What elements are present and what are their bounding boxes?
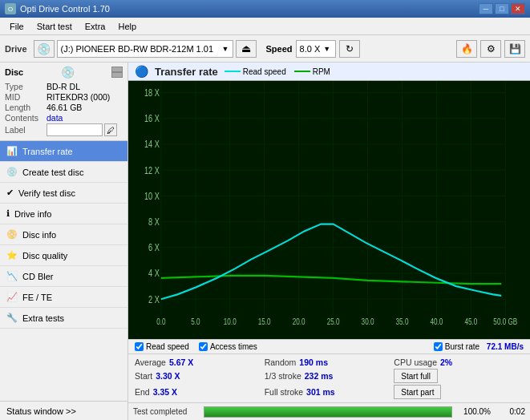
status-window-label: Status window >> xyxy=(6,406,76,416)
fe-te-label: FE / TE xyxy=(22,293,52,302)
drive-select-value: (J:) PIONEER BD-RW BDR-212M 1.01 xyxy=(61,44,214,54)
sidebar-collapse-down[interactable] xyxy=(111,72,123,78)
chart-title: Transfer rate xyxy=(155,66,218,78)
contents-value: data xyxy=(47,113,63,123)
drive-info-icon: ℹ xyxy=(6,208,10,219)
speed-refresh-btn[interactable]: ↻ xyxy=(339,40,360,58)
maximize-button[interactable]: □ xyxy=(495,3,509,14)
label-input[interactable] xyxy=(47,123,103,136)
verify-test-disc-label: Verify test disc xyxy=(18,188,75,198)
menu-start-test[interactable]: Start test xyxy=(30,20,79,33)
label-btn[interactable]: 🖊 xyxy=(104,123,117,136)
chart-legend: Read speed RPM xyxy=(225,67,330,76)
svg-text:40.0: 40.0 xyxy=(430,317,443,327)
progress-bar-fill xyxy=(204,407,451,417)
sidebar-collapse-up[interactable] xyxy=(111,67,123,72)
access-times-checkbox[interactable] xyxy=(199,342,208,351)
read-speed-checkbox[interactable] xyxy=(135,342,144,351)
svg-text:30.0: 30.0 xyxy=(362,317,374,327)
svg-rect-0 xyxy=(128,81,530,339)
menu-help[interactable]: Help xyxy=(111,20,143,33)
burst-rate-item: Burst rate 72.1 MB/s xyxy=(434,342,524,351)
menu-file[interactable]: File xyxy=(3,20,30,33)
extra-tests-icon: 🔧 xyxy=(6,313,18,323)
legend-read-speed: Read speed xyxy=(225,67,286,76)
start-part-btn[interactable]: Start part xyxy=(394,385,441,399)
end-label: End xyxy=(135,387,150,397)
disc-quality-label: Disc quality xyxy=(22,251,67,260)
random-value: 190 ms xyxy=(299,357,328,367)
progress-pct: 100.0% xyxy=(459,407,491,416)
nav-disc-quality[interactable]: ⭐ Disc quality xyxy=(0,245,127,266)
svg-text:14 X: 14 X xyxy=(144,139,160,150)
create-test-disc-label: Create test disc xyxy=(22,168,83,177)
end-row: End 3.35 X xyxy=(135,385,265,399)
svg-text:15.0: 15.0 xyxy=(258,317,271,327)
close-button[interactable]: ✕ xyxy=(511,3,525,14)
main-content: Disc 💿 Type BD-R DL MID RITEKDR3 (000) L… xyxy=(0,63,530,420)
cd-bler-icon: 📉 xyxy=(6,271,18,281)
disc-quality-icon: ⭐ xyxy=(6,250,18,260)
svg-text:5.0: 5.0 xyxy=(191,317,200,327)
access-times-checkbox-item[interactable]: Access times xyxy=(199,342,257,351)
minimize-button[interactable]: ─ xyxy=(479,3,493,14)
chart-header: 🔵 Transfer rate Read speed RPM xyxy=(128,63,530,81)
svg-text:16 X: 16 X xyxy=(144,113,160,124)
progress-area: Test completed 100.0% 0:02 xyxy=(128,402,530,420)
svg-text:10 X: 10 X xyxy=(144,190,160,201)
create-test-disc-icon: 💿 xyxy=(6,167,18,177)
drive-select[interactable]: (J:) PIONEER BD-RW BDR-212M 1.01 ▼ xyxy=(57,40,233,58)
cpu-row: CPU usage 2% xyxy=(394,357,524,367)
burst-rate-label: Burst rate xyxy=(445,342,479,351)
legend-rpm: RPM xyxy=(294,67,330,76)
burn-btn[interactable]: 🔥 xyxy=(456,40,477,58)
start-value: 3.30 X xyxy=(156,371,180,381)
transfer-rate-icon: 📊 xyxy=(6,146,18,156)
cpu-value: 2% xyxy=(440,357,452,367)
nav-verify-test-disc[interactable]: ✔ Verify test disc xyxy=(0,183,127,204)
nav-fe-te[interactable]: 📈 FE / TE xyxy=(0,287,127,308)
nav-create-test-disc[interactable]: 💿 Create test disc xyxy=(0,162,127,183)
eject-btn[interactable]: ⏏ xyxy=(236,40,257,58)
chart-area: 🔵 Transfer rate Read speed RPM xyxy=(128,63,530,420)
settings-btn[interactable]: ⚙ xyxy=(480,40,501,58)
nav-disc-info[interactable]: 📀 Disc info xyxy=(0,224,127,245)
nav-extra-tests[interactable]: 🔧 Extra tests xyxy=(0,308,127,329)
stroke13-row: 1/3 stroke 232 ms xyxy=(265,369,394,383)
status-window-btn[interactable]: Status window >> xyxy=(0,401,127,420)
start-full-row: Start full xyxy=(394,369,524,383)
drive-label: Drive xyxy=(5,44,27,54)
speed-select[interactable]: 8.0 X ▼ xyxy=(296,40,336,58)
svg-text:8 X: 8 X xyxy=(148,216,160,227)
progress-bar-bg xyxy=(204,406,452,418)
chart-svg: 18 X 16 X 14 X 12 X 10 X 8 X 6 X 4 X 2 X… xyxy=(128,81,530,339)
stroke13-label: 1/3 stroke xyxy=(265,371,301,381)
menu-bar: File Start test Extra Help xyxy=(0,18,530,35)
extra-tests-label: Extra tests xyxy=(22,313,64,323)
disc-info-label: Disc info xyxy=(22,230,56,240)
menu-extra[interactable]: Extra xyxy=(79,20,112,33)
speed-label: Speed xyxy=(266,44,293,54)
read-speed-checkbox-item[interactable]: Read speed xyxy=(135,342,189,351)
start-row: Start 3.30 X xyxy=(135,369,265,383)
svg-text:6 X: 6 X xyxy=(148,242,160,253)
drive-icon-btn[interactable]: 💿 xyxy=(34,40,55,58)
full-stroke-value: 301 ms xyxy=(306,387,335,397)
save-btn[interactable]: 💾 xyxy=(504,40,525,58)
svg-text:25.0: 25.0 xyxy=(327,317,340,327)
verify-test-disc-icon: ✔ xyxy=(6,188,14,198)
speed-arrow: ▼ xyxy=(323,45,330,53)
drive-select-arrow: ▼ xyxy=(222,45,229,53)
nav-cd-bler[interactable]: 📉 CD Bler xyxy=(0,266,127,287)
start-full-btn[interactable]: Start full xyxy=(394,369,438,383)
cpu-label: CPU usage xyxy=(394,357,437,367)
svg-text:35.0: 35.0 xyxy=(396,317,409,327)
nav-transfer-rate[interactable]: 📊 Transfer rate xyxy=(0,141,127,162)
nav-drive-info[interactable]: ℹ Drive info xyxy=(0,204,127,224)
stroke13-value: 232 ms xyxy=(305,371,334,381)
burst-rate-checkbox[interactable] xyxy=(434,342,443,351)
legend-read-speed-label: Read speed xyxy=(243,67,286,76)
mid-label: MID xyxy=(5,92,47,102)
disc-panel-title: Disc xyxy=(5,67,23,77)
toolbar: Drive 💿 (J:) PIONEER BD-RW BDR-212M 1.01… xyxy=(0,35,530,63)
